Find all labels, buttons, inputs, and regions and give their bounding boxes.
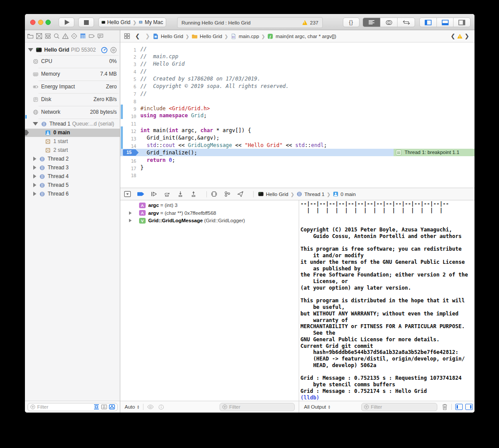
variable-info-icon[interactable]	[158, 404, 164, 410]
code-line[interactable]: 3// Hello Grid	[120, 60, 475, 67]
code-line[interactable]: 16 return 0;	[120, 156, 475, 164]
toggle-inspectors-button[interactable]	[454, 18, 470, 27]
jumpbar-item-folder[interactable]: Hello Grid	[192, 33, 222, 39]
activity-status-view[interactable]: Running Hello Grid : Hello Grid 237	[177, 17, 323, 28]
gauge-row-memory[interactable]: Memory 7.4 MB	[25, 70, 120, 78]
breakpoint-annotation[interactable]: Thread 1: breakpoint 1.1	[394, 149, 475, 156]
disclosure-triangle-icon[interactable]	[33, 174, 36, 178]
code-line[interactable]: 12int main(int argc, char * argv[]) {	[120, 126, 475, 134]
disclosure-triangle-icon[interactable]	[33, 192, 36, 196]
code-line[interactable]: 13 Grid_init(&argc,&argv);	[120, 134, 475, 141]
code-line[interactable]: 14 std::cout << GridLogMessage << "Hello…	[120, 141, 475, 149]
navigator-tab-breakpoints[interactable]	[88, 33, 95, 39]
source-editor[interactable]: 1//2// main.cpp3// Hello Grid4//5// Crea…	[120, 42, 475, 188]
disclosure-triangle-icon[interactable]	[33, 165, 36, 170]
stack-frame-row[interactable]: 2 start	[25, 146, 120, 154]
debug-view-hierarchy-button[interactable]	[210, 191, 218, 197]
code-line[interactable]: 4//	[120, 67, 475, 75]
show-console-button[interactable]	[465, 404, 473, 410]
code-line[interactable]: 2// main.cpp	[120, 52, 475, 60]
thread-row[interactable]: Thread 5	[25, 181, 120, 189]
disclosure-triangle-icon[interactable]	[129, 211, 132, 215]
filter-hierarchy-icon[interactable]	[109, 404, 115, 410]
code-line[interactable]: 11	[120, 119, 475, 126]
step-into-button[interactable]	[177, 191, 184, 197]
filter-stack-icon[interactable]	[101, 404, 107, 410]
filter-flagged-icon[interactable]	[94, 404, 99, 410]
navigator-tab-source-control[interactable]	[36, 33, 42, 39]
assistant-editor-button[interactable]	[380, 18, 398, 27]
stack-frame-row-selected[interactable]: 0 main	[25, 129, 120, 137]
code-line[interactable]: 9#include <Grid/Grid.h>	[120, 105, 475, 112]
memory-graph-button[interactable]	[223, 191, 231, 197]
disclosure-triangle-icon[interactable]	[33, 157, 36, 161]
debug-console[interactable]: --|--|--|--|--|--|--|--|--|--|--|--|--|-…	[299, 200, 475, 401]
navigator-filter-field[interactable]: Filter	[28, 403, 118, 411]
go-back-button[interactable]: ❮	[133, 33, 143, 39]
thread-row[interactable]: Thread 2	[25, 155, 120, 163]
simulate-location-button[interactable]	[237, 191, 244, 197]
run-button[interactable]	[59, 18, 74, 27]
jumpbar-item-function-badge[interactable]: main(int argc, char * argv[])	[267, 33, 336, 39]
toggle-navigator-button[interactable]	[420, 18, 437, 27]
thread-row[interactable]: Thread 1 Queue:...d (serial)	[25, 120, 120, 128]
gauge-row-disk[interactable]: Disk Zero KB/s	[25, 95, 120, 103]
console-output-popup[interactable]: All Output▲▼	[304, 404, 331, 410]
breakpoint-marker[interactable]: 15	[123, 149, 139, 156]
minimize-window-button[interactable]	[38, 20, 43, 25]
disclosure-triangle-icon[interactable]	[33, 122, 38, 126]
navigator-tab-tests[interactable]	[71, 33, 77, 39]
code-line[interactable]: 7//	[120, 90, 475, 97]
code-line[interactable]: 17}	[120, 164, 475, 171]
disclosure-triangle-icon[interactable]	[28, 48, 33, 52]
jumpbar-item-cpp-file[interactable]: main.cpp	[230, 33, 259, 39]
zoom-window-button[interactable]	[45, 20, 51, 25]
scheme-selector[interactable]: Hello Grid ❯ My Mac	[98, 18, 166, 27]
navigator-tab-issues[interactable]	[62, 33, 69, 39]
code-line[interactable]: 1//	[120, 45, 475, 52]
close-window-button[interactable]	[30, 20, 35, 25]
step-over-button[interactable]	[164, 191, 171, 197]
line-number[interactable]: 18	[124, 172, 136, 179]
issue-warning-icon[interactable]	[457, 34, 463, 39]
navigator-tab-symbols[interactable]	[45, 33, 51, 39]
next-issue-button[interactable]: ❯	[463, 33, 471, 39]
thread-row[interactable]: Thread 6	[25, 190, 120, 198]
debug-breadcrumb-app[interactable]: Hello Grid	[258, 191, 288, 197]
variable-row[interactable]: V Grid::GridLogMessage (Grid::GridLogger…	[120, 217, 299, 225]
show-variables-view-button[interactable]	[455, 404, 463, 410]
profile-in-instruments-button[interactable]	[101, 47, 108, 53]
code-line[interactable]: 8	[120, 97, 475, 105]
code-line[interactable]: 5// Created by s1786208 on 17/03/2019.	[120, 75, 475, 82]
continue-button[interactable]	[150, 191, 158, 197]
navigator-tab-debug-selected[interactable]	[80, 33, 86, 39]
step-out-button[interactable]	[190, 191, 197, 197]
version-editor-button[interactable]	[398, 18, 415, 27]
variable-row[interactable]: A argv = (char **) 0x7ffeefbff568	[120, 209, 299, 217]
pause-process-button[interactable]	[110, 47, 117, 53]
debug-breadcrumb-person[interactable]: 0 main	[333, 191, 356, 197]
gauge-row-network[interactable]: Network 208 bytes/s	[25, 108, 120, 116]
navigator-tab-project[interactable]	[27, 33, 34, 39]
code-line[interactable]: 10using namespace Grid;	[120, 112, 475, 119]
clear-console-trash-icon[interactable]	[442, 403, 448, 410]
thread-row[interactable]: Thread 3	[25, 164, 120, 172]
disclosure-triangle-icon[interactable]	[129, 219, 132, 222]
thread-row[interactable]: Thread 4	[25, 172, 120, 181]
variables-view[interactable]: A argc = (int) 3 A argv = (char **) 0x7f…	[120, 200, 299, 401]
navigator-tab-search[interactable]	[53, 33, 60, 39]
navigator-tab-reports[interactable]	[97, 33, 104, 39]
variables-filter-field[interactable]: Filter	[220, 403, 295, 411]
variable-row[interactable]: A argc = (int) 3	[120, 202, 299, 210]
jumpbar-item-project-doc[interactable]: Hello Grid	[153, 33, 183, 39]
stack-frame-row[interactable]: 1 start	[25, 137, 120, 146]
related-items-icon[interactable]	[124, 33, 130, 39]
console-filter-field[interactable]: Filter	[361, 403, 437, 411]
toggle-debug-area-button[interactable]	[437, 18, 454, 27]
console-divider[interactable]	[299, 200, 299, 413]
code-line[interactable]: 6// Copyright © 2019 sopa. All rights re…	[120, 82, 475, 90]
code-line-highlighted[interactable]: 15 Grid_finalize();Thread 1: breakpoint …	[120, 149, 475, 156]
library-button[interactable]: {}	[343, 18, 359, 27]
quicklook-eye-icon[interactable]	[147, 404, 154, 410]
debug-breadcrumb-thread[interactable]: Thread 1	[297, 191, 325, 197]
